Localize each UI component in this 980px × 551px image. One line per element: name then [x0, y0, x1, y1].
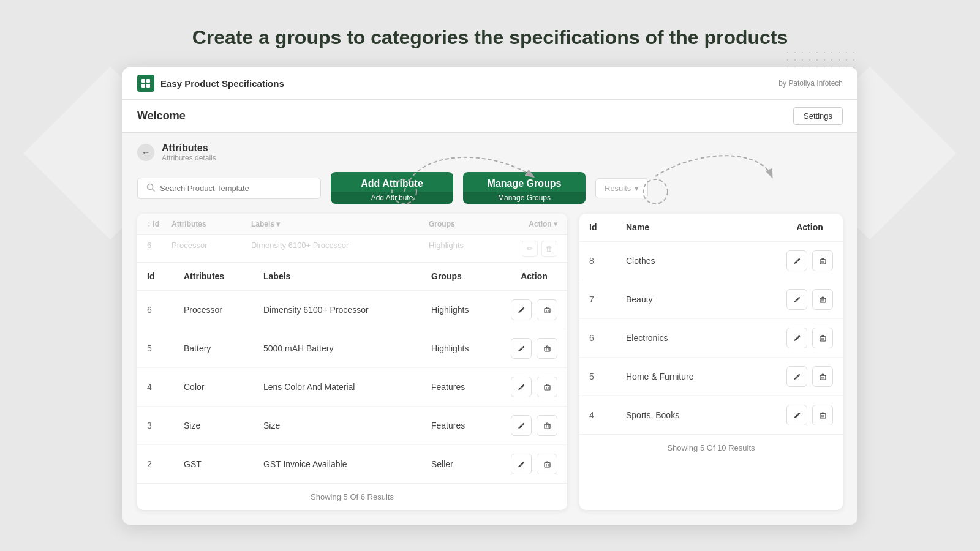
group-row-id: 8	[579, 241, 616, 280]
attr-row-group: Highlights	[421, 290, 501, 329]
app-logo-text: Easy Product Specifications	[160, 78, 284, 89]
group-action-btns	[786, 328, 833, 348]
delete-button[interactable]	[537, 338, 557, 359]
attributes-title-block: Attributes Attributes details	[162, 143, 216, 162]
search-input[interactable]	[160, 184, 312, 193]
search-box	[137, 178, 321, 199]
svg-rect-34	[820, 298, 826, 302]
groups-table-row: 5 Home & Furniture	[579, 358, 843, 396]
attr-row-attribute: Size	[174, 407, 254, 445]
manage-groups-button[interactable]: Manage Groups Manage Groups	[463, 172, 586, 204]
attr-row-attribute: Processor	[174, 290, 254, 329]
add-attribute-button[interactable]: Add Attribute Add Attribute	[331, 172, 453, 204]
group-edit-button[interactable]	[786, 289, 807, 310]
app-logo: Easy Product Specifications	[137, 75, 284, 92]
edit-button[interactable]	[511, 454, 532, 474]
action-btns	[511, 338, 557, 359]
attributes-table-footer: Showing 5 Of 6 Results	[137, 483, 567, 510]
bg-data-row: 6 Processor Dimensity 6100+ Processor Hi…	[137, 235, 567, 263]
settings-button[interactable]: Settings	[793, 107, 843, 125]
attributes-table-row: 4 Color Lens Color And Material Features	[137, 368, 567, 407]
bg-header-id: ↕ Id	[147, 220, 172, 228]
svg-rect-10	[545, 309, 550, 313]
delete-button[interactable]	[537, 415, 557, 436]
svg-rect-42	[820, 375, 826, 380]
th-id: Id	[137, 263, 174, 290]
bg-header-attr: Attributes	[172, 220, 251, 228]
app-window: Easy Product Specifications by Patoliya …	[123, 67, 858, 525]
group-edit-button[interactable]	[786, 250, 807, 271]
attr-row-label: 5000 mAH Battery	[254, 329, 421, 368]
results-label: Results	[605, 184, 631, 193]
groups-table-row: 4 Sports, Books	[579, 396, 843, 435]
attributes-header: ← Attributes Attributes details	[123, 133, 858, 167]
edit-button[interactable]	[511, 338, 532, 359]
th-attributes: Attributes	[174, 263, 254, 290]
delete-button[interactable]	[537, 377, 557, 397]
attr-row-attribute: Battery	[174, 329, 254, 368]
action-btns	[511, 377, 557, 397]
svg-rect-46	[820, 414, 826, 418]
edit-button[interactable]	[511, 299, 532, 320]
back-button[interactable]: ←	[137, 144, 154, 161]
bg-row-attr: Processor	[172, 241, 251, 257]
add-attribute-label: Add Attribute	[331, 172, 453, 192]
group-edit-button[interactable]	[786, 366, 807, 387]
attr-row-id: 4	[137, 368, 174, 407]
page-wrapper: Create a groups to categories the specif…	[0, 14, 980, 537]
bg-row-id: 6	[147, 241, 172, 257]
add-attribute-sub: Add Attribute	[331, 192, 453, 204]
group-row-name: Electronics	[616, 319, 777, 358]
svg-rect-26	[545, 463, 550, 467]
groups-table-row: 6 Electronics	[579, 319, 843, 358]
svg-rect-18	[545, 386, 550, 390]
attributes-table-row: 5 Battery 5000 mAH Battery Highlights	[137, 329, 567, 368]
edit-button[interactable]	[511, 377, 532, 397]
attributes-subtitle: Attributes details	[162, 154, 216, 162]
search-icon	[146, 183, 155, 193]
groups-table-header: Id Name Action	[579, 214, 843, 241]
results-box: Results ▾	[595, 178, 648, 198]
attr-row-group: Features	[421, 368, 501, 407]
attr-row-action	[501, 368, 567, 407]
app-by-text: by Patoliya Infotech	[778, 79, 843, 88]
group-action-btns	[786, 289, 833, 310]
welcome-bar: Welcome Settings	[123, 100, 858, 133]
group-row-action	[777, 358, 843, 396]
svg-rect-1	[146, 79, 150, 83]
page-title: Create a groups to categories the specif…	[192, 26, 788, 49]
svg-rect-22	[545, 424, 550, 429]
group-delete-button[interactable]	[812, 328, 833, 348]
attr-row-label: Dimensity 6100+ Processor	[254, 290, 421, 329]
action-row: Add Attribute Add Attribute Manage Group…	[123, 167, 858, 214]
edit-button[interactable]	[511, 415, 532, 436]
attr-row-id: 3	[137, 407, 174, 445]
attr-row-group: Highlights	[421, 329, 501, 368]
attr-row-attribute: GST	[174, 445, 254, 484]
groups-table: Id Name Action 8 Clothes	[579, 214, 843, 434]
groups-table-footer: Showing 5 Of 10 Results	[579, 434, 843, 461]
action-btns	[511, 454, 557, 474]
welcome-text: Welcome	[137, 110, 186, 122]
attr-row-action	[501, 329, 567, 368]
bg-row-group: Highlights	[429, 241, 508, 257]
group-action-btns	[786, 405, 833, 425]
group-row-action	[777, 396, 843, 435]
attributes-table-header: Id Attributes Labels Groups Action	[137, 263, 567, 290]
attr-row-label: Lens Color And Material	[254, 368, 421, 407]
delete-button[interactable]	[537, 454, 557, 474]
group-edit-button[interactable]	[786, 405, 807, 425]
delete-button[interactable]	[537, 299, 557, 320]
chevron-down-icon: ▾	[635, 184, 639, 193]
th-action: Action	[501, 263, 567, 290]
group-row-name: Sports, Books	[616, 396, 777, 435]
app-topbar: Easy Product Specifications by Patoliya …	[123, 67, 858, 100]
group-delete-button[interactable]	[812, 366, 833, 387]
group-edit-button[interactable]	[786, 328, 807, 348]
groups-table-row: 7 Beauty	[579, 280, 843, 319]
group-delete-button[interactable]	[812, 405, 833, 425]
group-delete-button[interactable]	[812, 250, 833, 271]
groups-table-wrapper: Id Name Action 8 Clothes	[579, 214, 843, 510]
group-delete-button[interactable]	[812, 289, 833, 310]
attr-row-action	[501, 445, 567, 484]
